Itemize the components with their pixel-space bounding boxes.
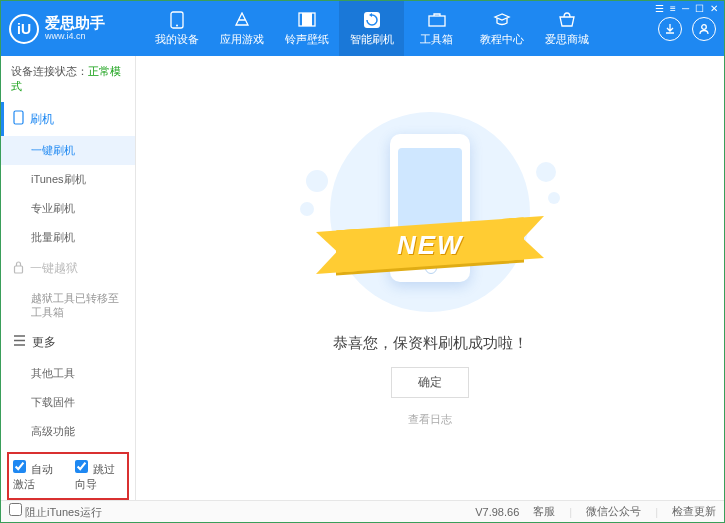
sidebar-item-advanced[interactable]: 高级功能	[1, 417, 135, 446]
nav-flash[interactable]: 智能刷机	[339, 1, 404, 56]
book-icon	[492, 11, 512, 29]
skip-guide-checkbox[interactable]: 跳过向导	[75, 460, 123, 492]
close-icon[interactable]: ✕	[710, 3, 718, 14]
section-jailbreak: 一键越狱	[1, 252, 135, 285]
jailbreak-note: 越狱工具已转移至工具箱	[1, 285, 135, 326]
service-link[interactable]: 客服	[533, 504, 555, 519]
nav-toolbox[interactable]: 工具箱	[404, 1, 469, 56]
main-nav: 我的设备 应用游戏 铃声壁纸 智能刷机 工具箱 教程中心	[144, 1, 658, 56]
body: 设备连接状态：正常模式 刷机 一键刷机 iTunes刷机 专业刷机 批量刷机 一…	[1, 56, 724, 500]
menu-icon[interactable]: ☰	[655, 3, 664, 14]
download-button[interactable]	[658, 17, 682, 41]
lock-icon	[13, 261, 24, 277]
sidebar-item-oneclick[interactable]: 一键刷机	[1, 136, 135, 165]
section-more[interactable]: 更多	[1, 326, 135, 359]
logo: iU 爱思助手 www.i4.cn	[9, 14, 144, 44]
nav-apps[interactable]: 应用游戏	[209, 1, 274, 56]
app-name: 爱思助手	[45, 15, 105, 32]
options-box: 自动激活 跳过向导	[7, 452, 129, 500]
nav-ringtones[interactable]: 铃声壁纸	[274, 1, 339, 56]
status-bar: 阻止iTunes运行 V7.98.66 客服 | 微信公众号 | 检查更新	[1, 500, 724, 522]
main-panel: NEW 恭喜您，保资料刷机成功啦！ 确定 查看日志	[136, 56, 724, 500]
sidebar-item-other[interactable]: 其他工具	[1, 359, 135, 388]
section-flash[interactable]: 刷机	[1, 102, 135, 136]
view-log-link[interactable]: 查看日志	[408, 412, 452, 427]
minimize-icon[interactable]: ─	[682, 3, 689, 14]
update-link[interactable]: 检查更新	[672, 504, 716, 519]
section-title: 刷机	[30, 111, 54, 128]
toolbox-icon	[427, 11, 447, 29]
strip-icon[interactable]: ≡	[670, 3, 676, 14]
app-url: www.i4.cn	[45, 32, 105, 42]
nav-label: 智能刷机	[350, 32, 394, 47]
nav-label: 铃声壁纸	[285, 32, 329, 47]
nav-label: 工具箱	[420, 32, 453, 47]
svg-rect-3	[302, 13, 312, 26]
wallpaper-icon	[297, 11, 317, 29]
svg-rect-8	[15, 266, 23, 273]
window-controls: ☰ ≡ ─ ☐ ✕	[655, 3, 718, 14]
nav-label: 爱思商城	[545, 32, 589, 47]
maximize-icon[interactable]: ☐	[695, 3, 704, 14]
svg-point-6	[702, 24, 707, 29]
more-icon	[13, 335, 26, 349]
user-button[interactable]	[692, 17, 716, 41]
ribbon-text: NEW	[397, 229, 464, 260]
refresh-icon	[362, 11, 382, 29]
app-window: ☰ ≡ ─ ☐ ✕ iU 爱思助手 www.i4.cn 我的设备 应用游戏 铃声	[0, 0, 725, 523]
svg-rect-7	[14, 111, 23, 124]
version: V7.98.66	[475, 506, 519, 518]
section-title: 更多	[32, 334, 56, 351]
block-itunes-checkbox[interactable]: 阻止iTunes运行	[9, 503, 102, 520]
nav-label: 教程中心	[480, 32, 524, 47]
ok-button[interactable]: 确定	[391, 367, 469, 398]
sidebar-item-firmware[interactable]: 下载固件	[1, 388, 135, 417]
nav-label: 我的设备	[155, 32, 199, 47]
sidebar-item-itunes[interactable]: iTunes刷机	[1, 165, 135, 194]
logo-icon: iU	[9, 14, 39, 44]
status-label: 设备连接状态：	[11, 65, 88, 77]
connection-status: 设备连接状态：正常模式	[1, 56, 135, 102]
apps-icon	[232, 11, 252, 29]
wechat-link[interactable]: 微信公众号	[586, 504, 641, 519]
success-message: 恭喜您，保资料刷机成功啦！	[333, 334, 528, 353]
nav-my-device[interactable]: 我的设备	[144, 1, 209, 56]
phone-small-icon	[13, 110, 24, 128]
sidebar: 设备连接状态：正常模式 刷机 一键刷机 iTunes刷机 专业刷机 批量刷机 一…	[1, 56, 136, 500]
svg-point-1	[176, 24, 178, 26]
illustration: NEW	[300, 130, 560, 310]
store-icon	[557, 11, 577, 29]
nav-tutorials[interactable]: 教程中心	[469, 1, 534, 56]
nav-store[interactable]: 爱思商城	[534, 1, 599, 56]
section-title: 一键越狱	[30, 260, 78, 277]
sidebar-item-batch[interactable]: 批量刷机	[1, 223, 135, 252]
nav-label: 应用游戏	[220, 32, 264, 47]
auto-activate-checkbox[interactable]: 自动激活	[13, 460, 61, 492]
top-bar: iU 爱思助手 www.i4.cn 我的设备 应用游戏 铃声壁纸 智能刷机	[1, 1, 724, 56]
top-right	[658, 17, 716, 41]
phone-icon	[167, 11, 187, 29]
svg-rect-5	[429, 16, 445, 26]
sidebar-item-pro[interactable]: 专业刷机	[1, 194, 135, 223]
